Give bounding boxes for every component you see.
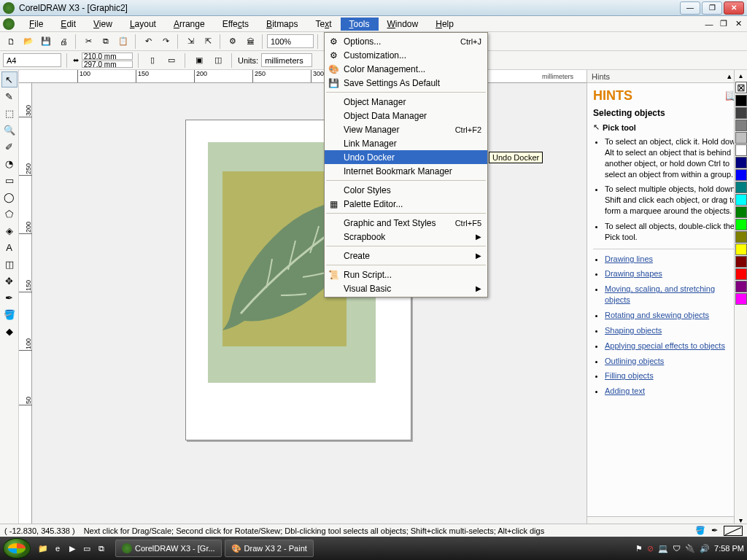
redo-button[interactable]: ↷ [158,34,174,50]
open-button[interactable]: 📂 [20,34,36,50]
link-drawing-shapes[interactable]: Drawing shapes [605,269,662,278]
palette-color-0[interactable] [735,95,747,106]
basic-shapes-tool[interactable]: ◈ [1,222,18,238]
menu-run-script[interactable]: 📜Run Script... [325,268,487,281]
palette-color-1[interactable] [735,107,747,119]
menu-color-management[interactable]: 🎨Color Management... [325,62,487,76]
tray-power-icon[interactable]: 🔌 [685,544,695,553]
palette-no-color[interactable]: ⊠ [735,82,747,93]
tray-network-icon[interactable]: 💻 [658,544,668,553]
ql-show-desktop-icon[interactable]: ▭ [80,540,93,556]
doc-minimize-button[interactable]: — [703,19,715,29]
palette-color-3[interactable] [735,132,747,144]
import-button[interactable]: ⇲ [182,34,198,50]
link-adding-text[interactable]: Adding text [605,386,645,395]
palette-color-7[interactable] [735,182,747,193]
vertical-ruler[interactable]: 300 250 200 150 100 50 [19,83,32,524]
export-button[interactable]: ⇱ [200,34,216,50]
smart-fill-tool[interactable]: ◔ [1,155,18,171]
palette-color-12[interactable] [735,244,747,255]
eyedropper-tool[interactable]: ✥ [1,273,18,289]
task-coreldraw[interactable]: CorelDRAW X3 - [Gr... [115,540,222,557]
zoom-input[interactable] [267,34,314,48]
menu-undo-docker[interactable]: Undo Docker [325,150,487,164]
tray-clock[interactable]: 7:58 PM [714,544,744,553]
task-paint[interactable]: 🎨Draw X3 2 - Paint [225,540,314,557]
palette-color-10[interactable] [735,219,747,230]
menu-help[interactable]: Help [427,18,462,31]
link-drawing-lines[interactable]: Drawing lines [605,254,653,263]
menu-create[interactable]: Create▶ [325,249,487,262]
tray-updates-icon[interactable]: 🛡 [673,544,681,553]
menu-file[interactable]: FFileile [20,18,52,31]
palette-color-15[interactable] [735,281,747,292]
ql-switch-icon[interactable]: ⧉ [95,540,108,556]
app-launcher-button[interactable]: ⚙ [225,34,241,50]
minimize-button[interactable]: — [680,1,700,15]
fill-indicator-icon[interactable]: 🪣 [695,526,705,535]
link-shaping[interactable]: Shaping objects [605,326,662,335]
menu-object-manager[interactable]: Object Manager [325,95,487,109]
menu-visual-basic[interactable]: Visual Basic▶ [325,281,487,295]
pick-tool[interactable]: ↖ [1,71,18,88]
link-outlining[interactable]: Outlining objects [605,357,664,365]
new-button[interactable]: 🗋 [3,34,19,50]
menu-scrapbook[interactable]: Scrapbook▶ [325,230,487,244]
menu-effects[interactable]: Effects [214,18,258,31]
link-rotating-skewing[interactable]: Rotating and skewing objects [605,311,709,319]
close-button[interactable]: ✕ [724,1,744,15]
horizontal-ruler[interactable]: 100 150 200 250 300 [19,70,587,83]
save-button[interactable]: 💾 [38,34,54,50]
link-moving-scaling[interactable]: Moving, scaling, and stretching objects [605,284,715,304]
zoom-tool[interactable]: 🔍 [1,122,18,138]
palette-color-8[interactable] [735,194,747,206]
rectangle-tool[interactable]: ▭ [1,172,18,188]
welcome-button[interactable]: 🏛 [242,34,258,50]
maximize-button[interactable]: ❐ [702,1,722,15]
print-button[interactable]: 🖨 [55,34,71,50]
portrait-button[interactable]: ▯ [144,52,160,69]
interactive-fill-tool[interactable]: ◆ [1,323,18,339]
cut-button[interactable]: ✂ [80,34,96,50]
page-layout-button[interactable]: ▣ [191,52,207,69]
menu-save-defaults[interactable]: 💾Save Settings As Default [325,76,487,90]
page-width-input[interactable] [82,52,133,60]
paste-button[interactable]: 📋 [115,34,131,50]
menu-customization[interactable]: ⚙Customization... [325,48,487,62]
palette-color-6[interactable] [735,169,747,181]
palette-color-11[interactable] [735,231,747,243]
menu-graphic-text-styles[interactable]: Graphic and Text StylesCtrl+F5 [325,216,487,230]
outline-tool[interactable]: ✒ [1,289,18,306]
tray-shield-icon[interactable]: ⊘ [647,544,654,553]
palette-color-9[interactable] [735,206,747,218]
menu-options[interactable]: ⚙Options...Ctrl+J [325,34,487,48]
menu-object-data-manager[interactable]: Object Data Manager [325,109,487,122]
docker-collapse-button[interactable]: ▴ [727,71,732,81]
palette-color-5[interactable] [735,157,747,168]
no-fill-swatch[interactable] [724,526,743,536]
link-effects[interactable]: Applying special effects to objects [605,341,725,350]
menu-view-manager[interactable]: View ManagerCtrl+F2 [325,122,487,136]
menu-bitmaps[interactable]: Bitmaps [258,18,306,31]
palette-color-13[interactable] [735,256,747,268]
palette-color-4[interactable] [735,144,747,156]
tray-flag-icon[interactable]: ⚑ [635,544,643,553]
outline-indicator-icon[interactable]: ✒ [711,526,718,535]
undo-button[interactable]: ↶ [140,34,156,50]
menu-arrange[interactable]: Arrange [165,18,214,31]
canvas[interactable] [32,83,587,524]
menu-text[interactable]: Text [306,18,340,31]
doc-restore-button[interactable]: ❐ [718,19,729,29]
polygon-tool[interactable]: ⬠ [1,206,18,222]
ql-ie-icon[interactable]: e [51,540,64,556]
palette-color-14[interactable] [735,268,747,280]
shape-tool[interactable]: ✎ [1,88,18,104]
ql-media-icon[interactable]: ▶ [66,540,79,556]
menu-tools[interactable]: Tools [341,18,379,31]
freehand-tool[interactable]: ✐ [1,139,18,155]
tray-volume-icon[interactable]: 🔊 [700,544,710,553]
menu-link-manager[interactable]: Link Manager [325,136,487,150]
page-height-input[interactable] [82,61,133,68]
palette-up-button[interactable]: ▴ [735,70,747,81]
link-filling[interactable]: Filling objects [605,371,654,380]
